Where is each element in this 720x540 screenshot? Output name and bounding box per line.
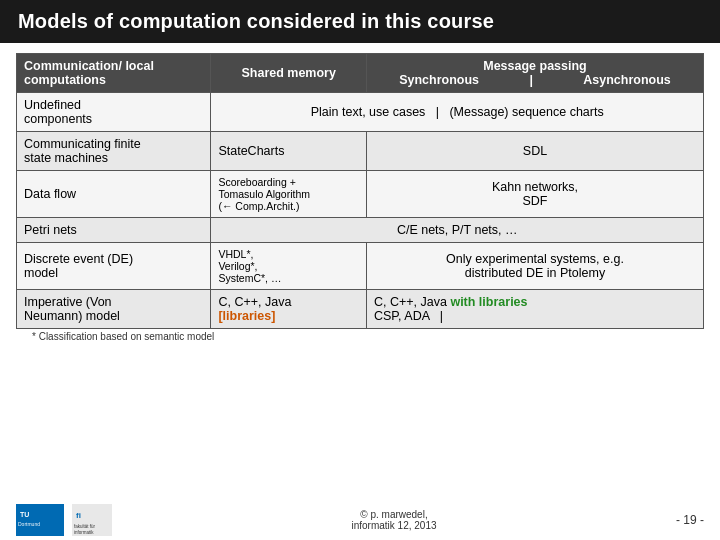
title-text: Models of computation considered in this… bbox=[18, 10, 494, 32]
header-sync: Synchronous bbox=[399, 73, 479, 87]
footnote: * Classification based on semantic model bbox=[16, 329, 704, 344]
row4-col1: Petri nets bbox=[17, 218, 211, 243]
row4-col23: C/E nets, P/T nets, … bbox=[211, 218, 704, 243]
row3-col2: Scoreboarding +Tomasulo Algorithm(← Comp… bbox=[211, 171, 367, 218]
slide-title: Models of computation considered in this… bbox=[0, 0, 720, 43]
svg-text:Dortmund: Dortmund bbox=[18, 521, 40, 527]
row2-col2: StateCharts bbox=[211, 132, 367, 171]
header-col2: Shared memory bbox=[211, 54, 367, 93]
row6-col1: Imperative (VonNeumann) model bbox=[17, 290, 211, 329]
slide-content: Communication/ local computations Shared… bbox=[0, 43, 720, 500]
table-row: Undefinedcomponents Plain text, use case… bbox=[17, 93, 704, 132]
footer: TU Dortmund fi fakultät für informatik ©… bbox=[0, 500, 720, 540]
fi-logo: fi fakultät für informatik bbox=[72, 504, 112, 536]
svg-text:informatik: informatik bbox=[74, 530, 94, 535]
table-row: Petri nets C/E nets, P/T nets, … bbox=[17, 218, 704, 243]
row1-col23: Plain text, use cases | (Message) sequen… bbox=[211, 93, 704, 132]
row3-col1: Data flow bbox=[17, 171, 211, 218]
row1-col1: Undefinedcomponents bbox=[17, 93, 211, 132]
row6-col2: C, C++, Java[libraries] bbox=[211, 290, 367, 329]
slide: Models of computation considered in this… bbox=[0, 0, 720, 540]
footer-logos: TU Dortmund fi fakultät für informatik bbox=[16, 504, 112, 536]
row5-col2: VHDL*,Verilog*,SystemC*, … bbox=[211, 243, 367, 290]
msg-subheaders: Synchronous | Asynchronous bbox=[374, 73, 696, 87]
row6-col3: C, C++, Java with librariesCSP, ADA | bbox=[366, 290, 703, 329]
footer-page: - 19 - bbox=[676, 513, 704, 527]
table-row: Imperative (VonNeumann) model C, C++, Ja… bbox=[17, 290, 704, 329]
header-async: Asynchronous bbox=[583, 73, 671, 87]
tu-logo: TU Dortmund bbox=[16, 504, 64, 536]
header-col3: Message passing Synchronous | Asynchrono… bbox=[366, 54, 703, 93]
row3-col3: Kahn networks,SDF bbox=[366, 171, 703, 218]
row5-col1: Discrete event (DE)model bbox=[17, 243, 211, 290]
svg-text:fakultät für: fakultät für bbox=[74, 524, 96, 529]
header-sep: | bbox=[529, 73, 533, 87]
svg-text:fi: fi bbox=[76, 511, 81, 520]
msg-passing-label: Message passing bbox=[374, 59, 696, 73]
main-table: Communication/ local computations Shared… bbox=[16, 53, 704, 329]
table-row: Discrete event (DE)model VHDL*,Verilog*,… bbox=[17, 243, 704, 290]
table-row: Communicating finitestate machines State… bbox=[17, 132, 704, 171]
footer-copyright: © p. marwedel, informatik 12, 2013 bbox=[351, 509, 436, 531]
svg-text:TU: TU bbox=[20, 511, 29, 518]
svg-rect-0 bbox=[16, 504, 64, 536]
header-col1: Communication/ local computations bbox=[17, 54, 211, 93]
table-row: Data flow Scoreboarding +Tomasulo Algori… bbox=[17, 171, 704, 218]
row2-col1: Communicating finitestate machines bbox=[17, 132, 211, 171]
row5-col3: Only experimental systems, e.g.distribut… bbox=[366, 243, 703, 290]
row2-col3: SDL bbox=[366, 132, 703, 171]
